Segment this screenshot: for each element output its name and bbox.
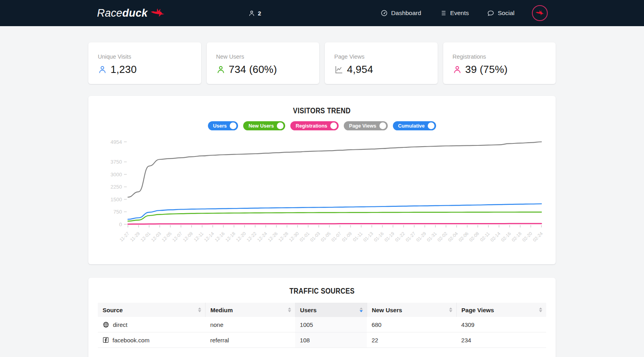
sort-icon — [539, 307, 542, 312]
stat-card-unique-visits: Unique Visits 1,230 — [88, 42, 201, 84]
series-toggles: Users New Users Registrations Page Views… — [98, 121, 546, 130]
line-chart-icon — [334, 65, 343, 74]
svg-text:12-03: 12-03 — [150, 231, 162, 242]
list-icon — [439, 10, 446, 17]
nav-item-events[interactable]: Events — [439, 10, 469, 17]
globe-icon — [103, 321, 109, 328]
stat-cards-row: Unique Visits 1,230 New Users 734 (60%) … — [88, 42, 556, 84]
svg-text:02-16: 02-16 — [500, 231, 512, 242]
column-header-users[interactable]: Users — [295, 303, 367, 317]
user-icon — [453, 65, 462, 74]
user-avatar[interactable] — [532, 5, 548, 21]
toggle-label: Page Views — [349, 123, 376, 129]
stat-value: 1,230 — [111, 63, 137, 76]
duck-logo-icon — [151, 8, 165, 18]
svg-text:01-27: 01-27 — [405, 231, 416, 242]
svg-text:0: 0 — [119, 221, 122, 227]
table-row-facebook[interactable]: facebook.com referral 108 22 234 — [98, 332, 546, 348]
toggle-knob — [428, 122, 434, 129]
svg-text:11-27: 11-27 — [119, 231, 130, 242]
stat-label: Page Views — [334, 53, 428, 60]
svg-text:02-24: 02-24 — [532, 231, 544, 243]
column-header-new-users[interactable]: New Users — [367, 303, 456, 317]
svg-text:12-07: 12-07 — [171, 231, 183, 242]
visitors-trend-title: VISITORS TREND — [293, 106, 351, 115]
source-cell: direct — [113, 321, 128, 328]
svg-text:02-04: 02-04 — [447, 231, 459, 243]
stat-value: 4,954 — [347, 63, 373, 76]
stat-value: 39 (75%) — [465, 63, 508, 76]
stat-label: Unique Visits — [98, 53, 192, 60]
svg-text:01-05: 01-05 — [320, 231, 332, 242]
svg-text:01-31: 01-31 — [426, 231, 437, 242]
online-users-indicator: 2 — [248, 10, 261, 17]
toggle-knob — [379, 122, 386, 129]
svg-text:12-26: 12-26 — [267, 231, 278, 242]
svg-text:12-30: 12-30 — [288, 231, 299, 242]
page-views-cell: 4309 — [457, 317, 546, 332]
svg-text:12-20: 12-20 — [235, 231, 247, 242]
svg-text:01-01: 01-01 — [299, 231, 310, 242]
traffic-sources-table: Source Medium Users New Users — [98, 303, 546, 348]
sort-icon — [288, 307, 291, 312]
user-icon — [248, 10, 255, 17]
nav-item-dashboard[interactable]: Dashboard — [381, 10, 421, 17]
visitors-trend-card: VISITORS TREND Users New Users Registrat… — [88, 96, 556, 264]
svg-text:12-22: 12-22 — [246, 231, 257, 242]
page-views-cell: 234 — [457, 332, 546, 348]
brand-logo[interactable]: Raceduck — [97, 7, 165, 19]
svg-text:12-14: 12-14 — [203, 231, 215, 243]
users-cell: 1005 — [295, 317, 367, 332]
toggle-new-users[interactable]: New Users — [243, 121, 285, 130]
svg-text:01-03: 01-03 — [309, 231, 321, 242]
table-row-direct[interactable]: direct none 1005 680 4309 — [98, 317, 546, 332]
svg-text:02-14: 02-14 — [490, 231, 501, 243]
sort-icon — [198, 307, 201, 312]
toggle-page-views[interactable]: Page Views — [344, 121, 388, 130]
nav-item-label: Social — [498, 10, 514, 17]
stat-label: Registrations — [453, 53, 547, 60]
svg-text:01-16: 01-16 — [373, 231, 385, 242]
column-label: New Users — [372, 307, 402, 313]
toggle-label: Registrations — [295, 123, 327, 129]
column-header-source[interactable]: Source — [98, 303, 206, 317]
column-label: Users — [300, 307, 317, 313]
stat-value: 734 (60%) — [229, 63, 277, 76]
nav-item-social[interactable]: Social — [487, 10, 514, 17]
svg-text:02-11: 02-11 — [479, 231, 491, 242]
svg-text:01-13: 01-13 — [362, 231, 374, 242]
new-users-cell: 22 — [367, 332, 456, 348]
new-users-cell: 680 — [367, 317, 456, 332]
svg-text:01-22: 01-22 — [394, 231, 406, 242]
medium-cell: referral — [206, 332, 295, 348]
svg-text:01-11: 01-11 — [352, 231, 364, 242]
svg-text:02-02: 02-02 — [436, 231, 448, 242]
sort-icon-active — [360, 307, 363, 312]
stat-card-registrations: Registrations 39 (75%) — [443, 42, 556, 84]
svg-text:02-18: 02-18 — [511, 231, 522, 242]
sort-icon — [449, 307, 452, 312]
user-icon — [216, 65, 225, 74]
svg-text:02-08: 02-08 — [469, 231, 480, 242]
svg-text:2250: 2250 — [111, 184, 122, 190]
svg-text:12-18: 12-18 — [225, 231, 236, 242]
column-label: Page Views — [461, 307, 494, 313]
column-header-page-views[interactable]: Page Views — [457, 303, 546, 317]
toggle-users[interactable]: Users — [208, 121, 238, 130]
svg-text:12-05: 12-05 — [161, 231, 172, 242]
svg-text:01-19: 01-19 — [383, 231, 395, 242]
svg-text:12-24: 12-24 — [256, 231, 268, 243]
toggle-cumulative[interactable]: Cumulative — [393, 121, 436, 130]
toggle-registrations[interactable]: Registrations — [290, 121, 339, 130]
top-navbar: Raceduck 2 Dashboard Even — [0, 0, 644, 26]
line-chart-canvas: 07501500225030003750495411-2711-2912-011… — [98, 136, 546, 250]
visitors-trend-chart: 07501500225030003750495411-2711-2912-011… — [98, 136, 546, 252]
column-header-medium[interactable]: Medium — [206, 303, 295, 317]
svg-text:12-11: 12-11 — [193, 231, 204, 242]
svg-text:01-07: 01-07 — [331, 231, 342, 242]
svg-text:1500: 1500 — [111, 197, 122, 202]
chat-icon — [487, 10, 494, 17]
traffic-sources-title: TRAFFIC SOURCES — [290, 286, 355, 296]
toggle-label: Cumulative — [398, 123, 425, 129]
brand-name: Raceduck — [97, 7, 148, 19]
